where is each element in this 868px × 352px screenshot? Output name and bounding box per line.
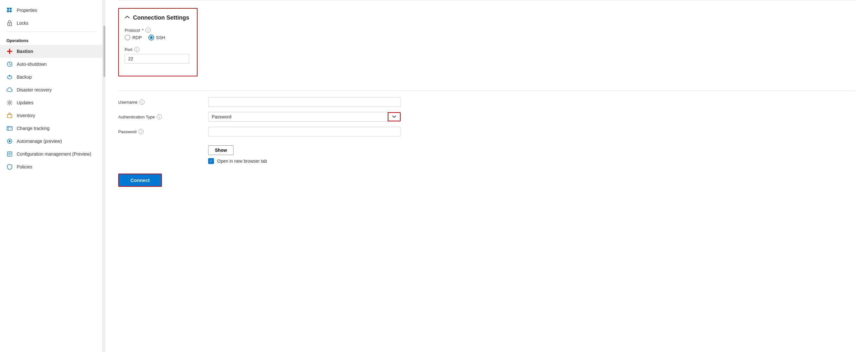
cross-icon bbox=[6, 48, 13, 55]
ssh-radio-inner bbox=[150, 36, 153, 39]
username-input[interactable] bbox=[208, 97, 401, 107]
svg-rect-1 bbox=[10, 8, 11, 10]
password-row: Password i bbox=[118, 127, 855, 136]
chevron-up-icon bbox=[125, 14, 130, 21]
tracking-icon bbox=[6, 125, 13, 132]
password-input[interactable] bbox=[208, 127, 401, 136]
gear-icon bbox=[6, 100, 13, 106]
sidebar-item-label: Policies bbox=[17, 164, 32, 169]
svg-point-5 bbox=[9, 24, 10, 25]
username-label-cell: Username i bbox=[118, 100, 208, 105]
clock-icon bbox=[6, 61, 13, 67]
connection-settings-header: Connection Settings bbox=[125, 14, 189, 21]
required-star: * bbox=[142, 28, 144, 33]
sidebar-item-label: Automanage (preview) bbox=[17, 139, 62, 144]
protocol-section: Protocol * i RDP SSH bbox=[125, 28, 189, 64]
ssh-radio-outer bbox=[148, 35, 154, 40]
lock-icon bbox=[6, 20, 13, 26]
sidebar-item-automanage[interactable]: Automanage (preview) bbox=[0, 135, 102, 148]
rdp-radio-outer bbox=[125, 35, 130, 40]
top-divider bbox=[118, 0, 855, 0]
port-label: Port i bbox=[125, 47, 189, 52]
password-input-cell bbox=[208, 127, 401, 136]
open-new-tab-label: Open in new browser tab bbox=[217, 159, 267, 164]
credentials-form: Username i Authentication Type i Passwor… bbox=[118, 97, 855, 141]
sidebar-item-label: Disaster recovery bbox=[17, 87, 52, 93]
sidebar-item-locks[interactable]: Locks bbox=[0, 17, 102, 30]
policy-icon bbox=[6, 164, 13, 170]
scrollbar-thumb bbox=[103, 26, 105, 77]
svg-rect-12 bbox=[7, 127, 12, 130]
open-new-tab-checkbox[interactable]: ✓ bbox=[208, 158, 214, 164]
port-info-icon[interactable]: i bbox=[134, 47, 140, 52]
sidebar-section-operations: Operations bbox=[0, 34, 102, 45]
auth-type-dropdown-button[interactable] bbox=[388, 112, 401, 121]
sidebar-item-label: Backup bbox=[17, 74, 32, 79]
scrollbar[interactable] bbox=[103, 0, 105, 352]
connection-settings-section: Connection Settings Protocol * i RDP bbox=[118, 8, 197, 76]
auth-type-row: Authentication Type i Password bbox=[118, 112, 855, 121]
connection-settings-title: Connection Settings bbox=[133, 14, 189, 21]
connect-button[interactable]: Connect bbox=[119, 174, 161, 186]
sidebar-item-label: Properties bbox=[17, 8, 37, 13]
auth-type-input-cell: Password bbox=[208, 112, 401, 121]
password-label-cell: Password i bbox=[118, 129, 208, 134]
rdp-radio-option[interactable]: RDP bbox=[125, 35, 142, 40]
sidebar-item-backup[interactable]: Backup bbox=[0, 71, 102, 83]
sidebar: Properties Locks Operations Bastion bbox=[0, 0, 103, 352]
sidebar-item-label: Configuration management (Preview) bbox=[17, 151, 91, 156]
show-button-wrapper: Show bbox=[208, 143, 855, 155]
cloud-disaster-icon bbox=[6, 86, 13, 93]
sidebar-item-label: Change tracking bbox=[17, 126, 50, 131]
sidebar-item-updates[interactable]: Updates bbox=[0, 96, 102, 109]
username-input-cell bbox=[208, 97, 401, 107]
backup-icon bbox=[6, 74, 13, 80]
connect-button-wrapper: Connect bbox=[118, 174, 162, 187]
sidebar-item-label: Bastion bbox=[17, 49, 33, 54]
sidebar-item-properties[interactable]: Properties bbox=[0, 4, 102, 17]
auth-type-label: Authentication Type bbox=[118, 114, 155, 119]
sidebar-item-label: Auto-shutdown bbox=[17, 62, 46, 67]
sidebar-item-inventory[interactable]: Inventory bbox=[0, 109, 102, 122]
username-row: Username i bbox=[118, 97, 855, 107]
svg-rect-0 bbox=[7, 8, 9, 10]
sidebar-item-change-tracking[interactable]: Change tracking bbox=[0, 122, 102, 135]
svg-rect-11 bbox=[7, 114, 12, 118]
auth-type-label-cell: Authentication Type i bbox=[118, 114, 208, 119]
username-label: Username bbox=[118, 100, 137, 105]
auth-type-dropdown: Password bbox=[208, 112, 401, 121]
automanage-icon bbox=[6, 138, 13, 144]
auth-type-info-icon[interactable]: i bbox=[157, 114, 162, 119]
sidebar-item-policies[interactable]: Policies bbox=[0, 161, 102, 173]
rdp-label: RDP bbox=[132, 35, 142, 40]
protocol-info-icon[interactable]: i bbox=[146, 28, 151, 33]
show-button[interactable]: Show bbox=[208, 145, 234, 155]
sidebar-item-label: Updates bbox=[17, 100, 33, 105]
config-icon bbox=[6, 151, 13, 157]
box-icon bbox=[6, 112, 13, 119]
svg-point-10 bbox=[9, 102, 10, 104]
protocol-group: Protocol * i RDP SSH bbox=[125, 28, 189, 40]
sidebar-item-bastion[interactable]: Bastion bbox=[0, 45, 102, 58]
protocol-radio-group: RDP SSH bbox=[125, 35, 189, 40]
password-label: Password bbox=[118, 129, 136, 134]
password-info-icon[interactable]: i bbox=[138, 129, 144, 134]
port-input[interactable] bbox=[125, 54, 189, 64]
sidebar-item-label: Inventory bbox=[17, 113, 35, 118]
grid-icon bbox=[6, 7, 13, 13]
ssh-radio-option[interactable]: SSH bbox=[148, 35, 165, 40]
checkmark-icon: ✓ bbox=[210, 159, 213, 163]
sidebar-item-label: Locks bbox=[17, 21, 29, 26]
sidebar-item-auto-shutdown[interactable]: Auto-shutdown bbox=[0, 58, 102, 71]
main-content: Connection Settings Protocol * i RDP bbox=[105, 0, 868, 352]
sidebar-item-configuration-management[interactable]: Configuration management (Preview) bbox=[0, 148, 102, 161]
svg-rect-2 bbox=[7, 10, 9, 12]
sidebar-divider-operations bbox=[6, 31, 96, 32]
username-info-icon[interactable]: i bbox=[140, 100, 145, 105]
port-group: Port i bbox=[125, 47, 189, 64]
ssh-label: SSH bbox=[156, 35, 165, 40]
section-divider bbox=[118, 91, 855, 91]
svg-rect-3 bbox=[10, 10, 11, 12]
sidebar-item-disaster-recovery[interactable]: Disaster recovery bbox=[0, 83, 102, 96]
auth-type-value: Password bbox=[209, 112, 388, 121]
